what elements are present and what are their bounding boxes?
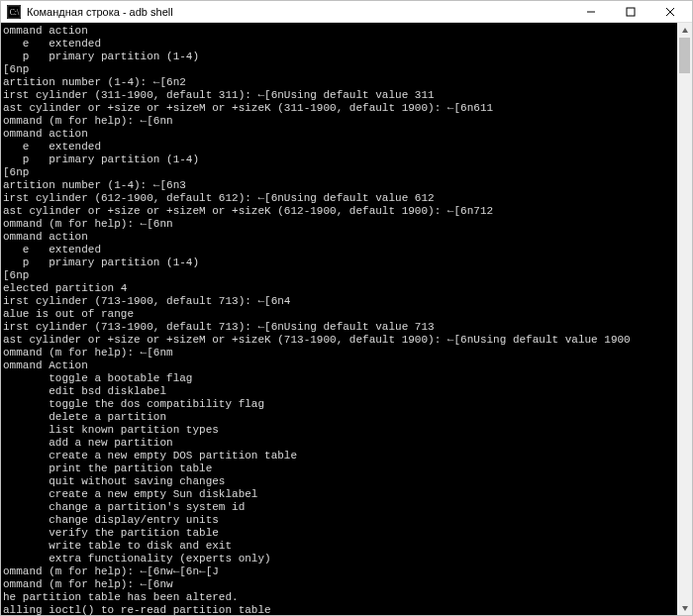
scrollbar-track[interactable]: [677, 38, 692, 600]
console-line: irst cylinder (713-1900, default 713): ←…: [3, 295, 677, 308]
window-frame: C:\ Командная строка - adb shell ommand …: [0, 0, 693, 616]
scroll-up-button[interactable]: [677, 23, 692, 38]
console-line: list known partition types: [3, 424, 677, 437]
console-line: toggle a bootable flag: [3, 372, 677, 385]
console-line: ommand action: [3, 25, 677, 38]
window-title: Командная строка - adb shell: [27, 6, 571, 18]
console-line: irst cylinder (713-1900, default 713): ←…: [3, 321, 677, 334]
console-line: ommand Action: [3, 359, 677, 372]
console-line: ommand action: [3, 231, 677, 244]
console-line: ast cylinder or +size or +sizeM or +size…: [3, 102, 677, 115]
console-line: print the partition table: [3, 462, 677, 475]
console-line: extra functionality (experts only): [3, 553, 677, 565]
svg-marker-8: [682, 606, 688, 611]
console-line: [6np: [3, 269, 677, 282]
console-line: create a new empty DOS partition table: [3, 450, 677, 462]
console-line: delete a partition: [3, 411, 677, 424]
scroll-down-button[interactable]: [677, 600, 692, 615]
console-line: artition number (1-4): ←[6n2: [3, 76, 677, 89]
svg-rect-4: [627, 8, 635, 16]
console-line: ommand (m for help): ←[6nw: [3, 578, 677, 591]
scrollbar-thumb[interactable]: [679, 38, 690, 73]
console-line: edit bsd disklabel: [3, 385, 677, 398]
console-line: ommand action: [3, 128, 677, 141]
console-line: ast cylinder or +size or +sizeM or +size…: [3, 334, 677, 347]
console-line: ast cylinder or +size or +sizeM or +size…: [3, 205, 677, 218]
console-line: [6np: [3, 63, 677, 76]
console-line: ommand (m for help): ←[6nn: [3, 218, 677, 231]
console-line: e extended: [3, 38, 677, 51]
window-controls: [571, 2, 690, 22]
titlebar[interactable]: C:\ Командная строка - adb shell: [1, 1, 692, 23]
console-line: [6np: [3, 166, 677, 179]
console-line: e extended: [3, 244, 677, 257]
console-line: change display/entry units: [3, 514, 677, 527]
minimize-button[interactable]: [571, 2, 611, 22]
console-line: create a new empty Sun disklabel: [3, 488, 677, 501]
console-line: p primary partition (1-4): [3, 154, 677, 166]
console-line: ommand (m for help): ←[6nn: [3, 115, 677, 128]
console-line: alling ioctl() to re-read partition tabl…: [3, 604, 677, 615]
console-line: artition number (1-4): ←[6n3: [3, 179, 677, 192]
console-line: change a partition's system id: [3, 501, 677, 514]
console-line: add a new partition: [3, 437, 677, 450]
console-line: elected partition 4: [3, 282, 677, 295]
window-body: ommand action e extended p primary parti…: [1, 23, 692, 615]
cmd-icon: C:\: [7, 5, 21, 19]
console-line: ommand (m for help): ←[6nm: [3, 347, 677, 359]
svg-text:C:\: C:\: [10, 7, 20, 16]
vertical-scrollbar[interactable]: [677, 23, 692, 615]
console-output[interactable]: ommand action e extended p primary parti…: [1, 23, 677, 615]
console-line: irst cylinder (612-1900, default 612): ←…: [3, 192, 677, 205]
console-line: write table to disk and exit: [3, 540, 677, 553]
console-line: p primary partition (1-4): [3, 51, 677, 63]
console-line: e extended: [3, 141, 677, 154]
console-line: ommand (m for help): ←[6nw←[6n←[J: [3, 565, 677, 578]
console-line: alue is out of range: [3, 308, 677, 321]
console-line: irst cylinder (311-1900, default 311): ←…: [3, 89, 677, 102]
console-line: quit without saving changes: [3, 475, 677, 488]
console-line: p primary partition (1-4): [3, 257, 677, 269]
console-line: he partition table has been altered.: [3, 591, 677, 604]
console-line: toggle the dos compatibility flag: [3, 398, 677, 411]
close-button[interactable]: [650, 2, 690, 22]
maximize-button[interactable]: [611, 2, 650, 22]
svg-marker-7: [682, 28, 688, 33]
console-line: verify the partition table: [3, 527, 677, 540]
